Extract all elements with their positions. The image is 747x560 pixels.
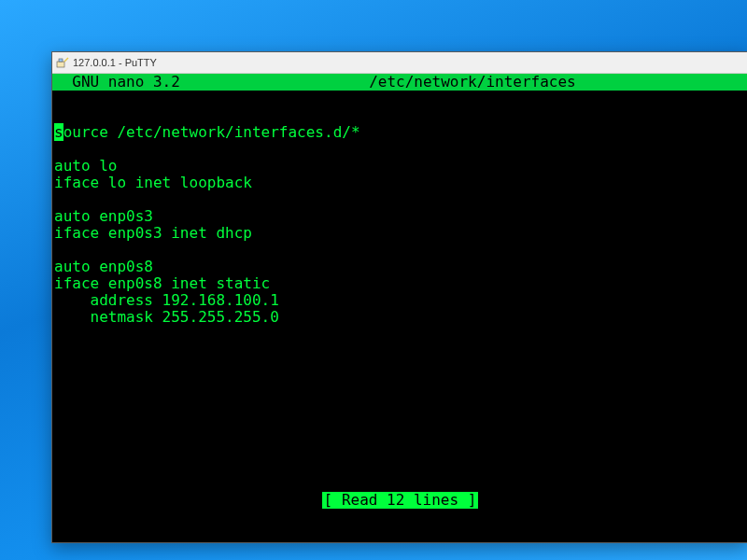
svg-rect-0: [57, 62, 64, 67]
nano-header: GNU nano 3.2 /etc/network/interfaces: [52, 74, 747, 91]
editor-content[interactable]: source /etc/network/interfaces.d/* auto …: [52, 107, 747, 359]
window-title: 127.0.0.1 - PuTTY: [73, 57, 157, 68]
cursor: s: [54, 123, 63, 141]
putty-icon: [56, 56, 69, 69]
editor-line: iface lo inet loopback: [54, 175, 746, 191]
nano-appname: GNU nano 3.2: [54, 74, 180, 91]
editor-line: auto enp0s8: [54, 259, 746, 275]
editor-line: [54, 242, 746, 259]
editor-line: netmask 255.255.255.0: [54, 309, 746, 326]
editor-line: [54, 141, 746, 158]
editor-line: [54, 191, 746, 208]
status-bar: [ Read 12 lines ]: [322, 492, 479, 509]
desktop-background: 127.0.0.1 - PuTTY GNU nano 3.2 /etc/netw…: [0, 0, 747, 560]
shortcut-bar: ^GGet Help^OWrite Out^WWhere Is^KCut Tex…: [52, 509, 747, 542]
svg-rect-1: [59, 59, 63, 62]
nano-filename: /etc/network/interfaces: [369, 74, 576, 91]
window-titlebar[interactable]: 127.0.0.1 - PuTTY: [52, 52, 747, 74]
blank-line: [52, 91, 747, 107]
svg-line-2: [64, 58, 68, 62]
editor-line: auto enp0s3: [54, 208, 746, 225]
editor-line: iface enp0s3 inet dhcp: [54, 225, 746, 242]
first-line-rest: ource /etc/network/interfaces.d/*: [63, 123, 360, 141]
editor-line: iface enp0s8 inet static: [54, 275, 746, 292]
putty-window: 127.0.0.1 - PuTTY GNU nano 3.2 /etc/netw…: [51, 51, 747, 543]
editor-line: auto lo: [54, 158, 746, 175]
terminal-area[interactable]: GNU nano 3.2 /etc/network/interfaces sou…: [52, 74, 747, 542]
editor-line: address 192.168.100.1: [54, 292, 746, 309]
status-bar-wrap: [ Read 12 lines ]: [52, 492, 747, 509]
